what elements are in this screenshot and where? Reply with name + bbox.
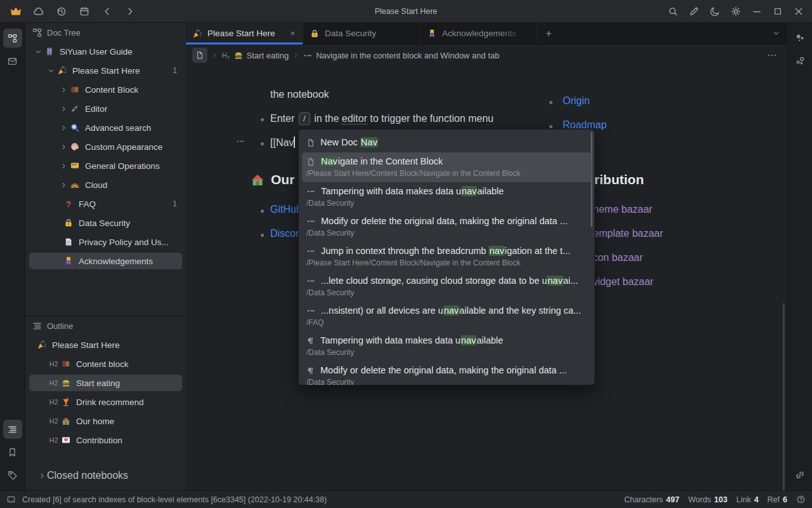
outline-dock-icon[interactable]: [3, 420, 22, 439]
editor-tab[interactable]: Data Security: [303, 23, 421, 44]
block-type-icon: [306, 306, 316, 316]
doc-tree-item[interactable]: Custom Appearance: [25, 137, 186, 156]
doc-tree-item[interactable]: ? FAQ 1: [25, 194, 186, 213]
daily-note-icon[interactable]: [76, 3, 93, 20]
search-result-path: /Data Security: [306, 288, 586, 298]
doc-count-badge: 1: [169, 199, 186, 208]
doc-tree-item[interactable]: Cloud: [25, 175, 186, 194]
outline-tree: Please Start Here H2 Content block H2 St…: [25, 335, 186, 450]
search-result-path: /FAQ: [306, 318, 586, 328]
list-bullet: [261, 210, 264, 213]
editor-tab[interactable]: Please Start Here ×: [186, 23, 303, 44]
tab-list-chevron-down-icon[interactable]: [772, 29, 787, 37]
search-result-item[interactable]: New Doc Nav: [299, 133, 594, 152]
doc-emoji-icon: [62, 237, 75, 247]
outline-item[interactable]: H2 Start eating: [25, 373, 186, 392]
list-item-enter-slash: Enter / in the editor to trigger the fun…: [270, 112, 494, 125]
search-result-item[interactable]: Modify or delete the original data, maki…: [299, 212, 594, 242]
chevron-icon[interactable]: [58, 124, 69, 132]
list-bullet: [549, 125, 553, 128]
doc-tree-item[interactable]: Please Start Here 1: [25, 61, 186, 80]
typing-line[interactable]: [[Nav: [270, 137, 295, 149]
github-link[interactable]: GitHub: [270, 204, 302, 215]
graph-dock-icon[interactable]: [790, 29, 809, 48]
window-minimize-button[interactable]: [749, 3, 765, 20]
breadcrumb-doc-icon[interactable]: [192, 48, 207, 63]
outline-item[interactable]: H2 Our home: [25, 411, 186, 431]
breadcrumb-heading-crumb[interactable]: H₂ Start eating: [222, 50, 289, 60]
chevron-icon[interactable]: [58, 181, 69, 189]
inbox-mail-icon[interactable]: [3, 51, 22, 70]
search-result-item[interactable]: Jump in context through the breadcrumb n…: [299, 242, 594, 272]
search-result-item[interactable]: ...nsistent) or all devices are unavaila…: [299, 302, 594, 331]
doc-tree-item[interactable]: Data Security: [25, 213, 186, 232]
sync-cloud-icon[interactable]: [30, 3, 47, 20]
outline-item[interactable]: H2 Drink recommend: [25, 392, 186, 411]
help-icon[interactable]: [796, 495, 806, 504]
editor-ref-link[interactable]: editor: [342, 113, 367, 124]
bookmark-dock-icon[interactable]: [3, 443, 22, 462]
search-result-path: /Data Security: [306, 198, 586, 209]
window-close-button[interactable]: [790, 3, 807, 20]
block-type-icon: [306, 187, 316, 196]
chevron-icon[interactable]: [46, 67, 56, 75]
outline-item[interactable]: Please Start Here: [25, 335, 186, 354]
chevron-icon[interactable]: [58, 86, 69, 94]
backlinks-dock-icon[interactable]: [790, 465, 809, 485]
search-result-item[interactable]: Tampering with data makes data unavailab…: [299, 331, 594, 361]
chevron-icon[interactable]: [33, 48, 43, 56]
doc-tree-item[interactable]: Advanced search: [25, 118, 186, 137]
new-tab-button[interactable]: +: [538, 23, 560, 44]
doc-emoji-icon: [69, 161, 81, 171]
navigate-forward-icon[interactable]: [122, 3, 138, 20]
search-result-path: /Please Start Here/Content Block/Navigat…: [306, 168, 586, 179]
doc-tree-item-label: General Operations: [85, 161, 173, 171]
outline-item[interactable]: H2 Content block: [25, 354, 186, 373]
history-icon[interactable]: [53, 3, 70, 20]
outline-header-label: Outline: [47, 321, 73, 331]
chevron-icon[interactable]: [58, 143, 69, 151]
doc-tree-item[interactable]: Editor: [25, 99, 186, 118]
breadcrumb-listitem-crumb[interactable]: Navigate in the content block and Window…: [303, 51, 499, 60]
window-maximize-button[interactable]: [769, 3, 786, 20]
navigate-back-icon[interactable]: [99, 3, 115, 20]
global-graph-dock-icon[interactable]: [790, 51, 809, 70]
tab-close-icon[interactable]: ×: [289, 29, 296, 38]
sidebar: Doc Tree SiYuan User Guide Please Start …: [25, 23, 186, 490]
search-result-item[interactable]: Navigate in the Content Block /Please St…: [302, 152, 591, 182]
chevron-icon[interactable]: [58, 162, 69, 170]
theme-moon-icon[interactable]: [707, 3, 723, 20]
doc-emoji-icon: [69, 123, 81, 133]
edit-mode-icon[interactable]: [686, 3, 702, 20]
heading-level-badge: H2: [48, 360, 60, 368]
doc-tree-item[interactable]: Privacy Policy and Us...: [25, 232, 186, 251]
doc-tree-dock-icon[interactable]: [3, 29, 22, 48]
doc-tree-item-label: Editor: [85, 104, 173, 114]
task-window-icon[interactable]: [6, 495, 16, 504]
block-type-icon: [306, 246, 316, 256]
doc-tree-item[interactable]: General Operations: [25, 156, 186, 175]
search-result-item[interactable]: Tampering with data makes data unavailab…: [299, 182, 594, 212]
doc-tree-item-label: Data Security: [79, 218, 173, 228]
doc-tree-item[interactable]: Content Block: [25, 80, 186, 99]
outline-item[interactable]: H2 Contribution: [25, 431, 186, 450]
search-icon[interactable]: [665, 3, 681, 20]
outline-header: Outline: [25, 316, 186, 335]
doc-tree-item[interactable]: SiYuan User Guide: [25, 42, 186, 61]
search-result-item[interactable]: ...lete cloud storage, causing cloud sto…: [299, 272, 594, 302]
list-bullet: [261, 142, 264, 145]
chevron-icon[interactable]: [58, 105, 69, 113]
origin-link[interactable]: Origin: [563, 95, 590, 107]
doc-tree-item[interactable]: Acknowledgements: [25, 251, 186, 271]
app-window: Please Start Here: [0, 0, 812, 508]
breadcrumb-more-button[interactable]: ⋯: [767, 50, 780, 61]
workspace-crown-icon[interactable]: [8, 3, 24, 20]
editor-scrollbar[interactable]: [783, 303, 785, 506]
search-result-item[interactable]: Modify or delete the original data, maki…: [299, 361, 594, 385]
settings-gear-icon[interactable]: [728, 3, 744, 20]
block-drag-handle[interactable]: [236, 137, 246, 146]
block-type-icon: [306, 138, 315, 147]
editor-tab[interactable]: Acknowledgements: [421, 23, 538, 44]
tag-dock-icon[interactable]: [3, 465, 22, 485]
breadcrumb-heading-label: Start eating: [247, 51, 289, 60]
